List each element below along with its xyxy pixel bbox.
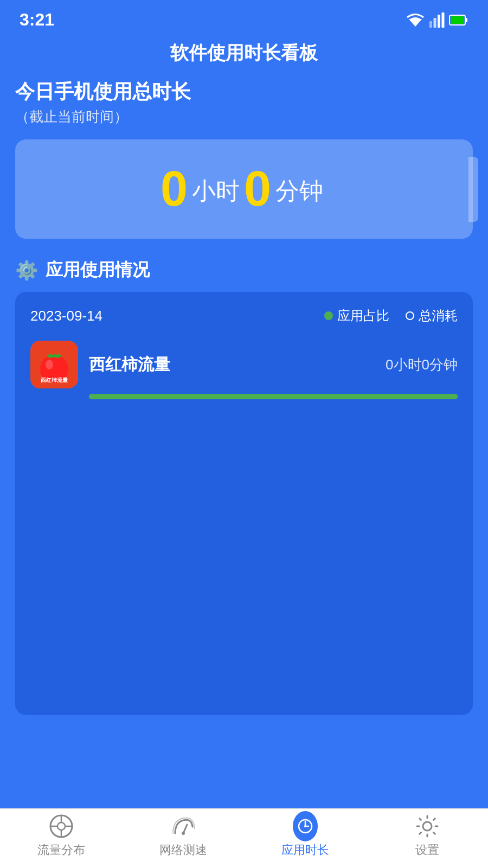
status-bar: 3:21	[0, 0, 488, 35]
nav-item-usage[interactable]: 应用时长	[244, 814, 366, 858]
app-icon-wrapper: 西红柿流量	[30, 341, 78, 388]
app-name-time: 西红柿流量 0小时0分钟	[89, 354, 458, 376]
app-time: 0小时0分钟	[386, 355, 458, 374]
legend-app-ratio: 应用占比	[324, 307, 389, 324]
svg-rect-3	[438, 15, 440, 28]
svg-rect-1	[429, 21, 432, 28]
nav-item-settings[interactable]: 设置	[366, 814, 488, 858]
hours-value: 0	[160, 161, 188, 217]
svg-rect-4	[442, 12, 445, 28]
svg-rect-2	[434, 18, 436, 28]
app-progress-row	[30, 394, 458, 399]
legend-total: 总消耗	[406, 307, 458, 324]
legend-items: 应用占比 总消耗	[324, 307, 458, 324]
svg-text:西红柿流量: 西红柿流量	[41, 377, 68, 383]
minutes-unit: 分钟	[275, 175, 323, 217]
svg-rect-6	[465, 18, 467, 22]
today-usage-label: 今日手机使用总时长	[15, 79, 473, 105]
app-icon-svg: 西红柿流量	[30, 341, 78, 388]
time-card: 0 小时 0 分钟	[15, 139, 473, 239]
usage-icon	[293, 814, 318, 839]
svg-point-20	[182, 832, 185, 835]
today-usage-sublabel: （截止当前时间）	[15, 107, 473, 126]
app-usage-icon: ⚙️	[15, 259, 38, 281]
active-indicator	[293, 811, 318, 841]
legend-dot-outline	[406, 311, 414, 320]
legend-dot-filled	[324, 311, 333, 320]
minutes-value: 0	[244, 161, 271, 217]
hours-unit: 小时	[192, 175, 240, 217]
svg-point-25	[423, 822, 432, 831]
legend-app-ratio-label: 应用占比	[337, 307, 389, 324]
app-row: 西红柿流量 西红柿流量 0小时0分钟	[30, 341, 458, 399]
progress-bar-fill	[89, 394, 458, 399]
app-list-header: 2023-09-14 应用占比 总消耗	[30, 307, 458, 324]
nav-label-flow: 流量分布	[37, 842, 85, 858]
nav-item-speed[interactable]: 网络测速	[122, 814, 244, 858]
svg-point-14	[57, 822, 65, 830]
speed-icon	[171, 814, 196, 839]
settings-icon	[415, 814, 440, 839]
nav-label-settings: 设置	[415, 842, 439, 858]
app-icon-bg: 西红柿流量	[30, 341, 78, 388]
battery-icon	[449, 14, 468, 26]
app-row-top: 西红柿流量 西红柿流量 0小时0分钟	[30, 341, 458, 388]
app-list-date: 2023-09-14	[30, 308, 102, 324]
progress-bar-bg	[89, 394, 458, 399]
app-name: 西红柿流量	[89, 354, 170, 376]
time-display: 0 小时 0 分钟	[160, 161, 328, 217]
nav-label-usage: 应用时长	[281, 842, 329, 858]
status-icons	[406, 12, 468, 28]
app-usage-header: ⚙️ 应用使用情况	[15, 258, 473, 282]
svg-rect-7	[451, 16, 464, 24]
bottom-nav: 流量分布 网络测速 应用时长	[0, 808, 488, 868]
signal-icon	[429, 12, 445, 28]
page-title: 软件使用时长看板	[0, 35, 488, 79]
nav-item-flow[interactable]: 流量分布	[0, 814, 122, 858]
legend-total-label: 总消耗	[419, 307, 458, 324]
wifi-icon	[406, 12, 425, 28]
status-time: 3:21	[20, 10, 54, 30]
nav-label-speed: 网络测速	[159, 842, 207, 858]
app-list-card: 2023-09-14 应用占比 总消耗	[15, 292, 473, 715]
main-content: 今日手机使用总时长 （截止当前时间） 0 小时 0 分钟 ⚙️ 应用使用情况 2…	[0, 79, 488, 715]
svg-point-24	[304, 825, 306, 827]
app-usage-label: 应用使用情况	[46, 258, 150, 282]
svg-point-11	[46, 360, 53, 369]
flow-icon	[49, 814, 74, 839]
